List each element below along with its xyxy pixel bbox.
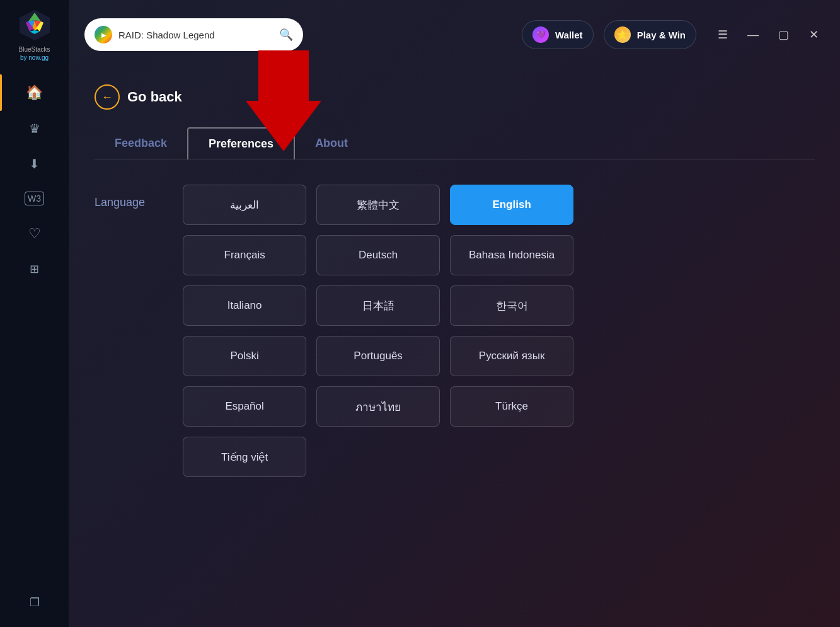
lang-btn-polish[interactable]: Polski [183, 336, 306, 376]
wallet-icon: 💜 [532, 26, 549, 43]
go-back-button[interactable]: ← Go back [95, 84, 815, 110]
close-button[interactable]: ✕ [802, 23, 825, 46]
play-win-label: Play & Win [637, 30, 686, 40]
w3-icon: W3 [25, 192, 44, 205]
window-controls: ☰ — ▢ ✕ [711, 23, 825, 46]
search-bar[interactable]: RAID: Shadow Legend 🔍 [84, 18, 303, 51]
tab-preferences[interactable]: Preferences [187, 127, 295, 159]
sidebar-item-crown[interactable]: ♛ [0, 111, 69, 146]
lang-btn-japanese[interactable]: 日本語 [316, 285, 440, 326]
lang-btn-italian[interactable]: Italiano [183, 285, 306, 326]
tab-about[interactable]: About [295, 128, 368, 159]
minimize-icon: — [747, 28, 759, 42]
play-win-button[interactable]: ⭐ Play & Win [604, 20, 696, 49]
play-win-icon: ⭐ [614, 26, 631, 43]
topbar: RAID: Shadow Legend 🔍 💜 Wallet ⭐ Play & … [69, 0, 840, 69]
sidebar-item-multiinstance[interactable]: ❐ [0, 585, 69, 619]
back-arrow-icon: ← [101, 91, 113, 104]
lang-btn-turkish[interactable]: Türkçe [450, 386, 573, 427]
menu-button[interactable]: ☰ [711, 23, 734, 46]
lang-btn-russian[interactable]: Русский язык [450, 336, 573, 376]
lang-btn-vietnamese[interactable]: Tiếng việt [183, 437, 306, 477]
main-content: ← Go back Feedback Preferences About Lan… [69, 69, 840, 627]
menu-icon: ☰ [718, 28, 728, 42]
minimize-button[interactable]: — [742, 23, 764, 46]
wallet-label: Wallet [555, 30, 583, 40]
tab-feedback[interactable]: Feedback [95, 128, 187, 159]
language-grid: العربية繁體中文EnglishFrançaisDeutschBahasa … [183, 185, 573, 477]
sidebar-item-layers[interactable]: ⊞ [0, 252, 69, 286]
language-section: Language العربية繁體中文EnglishFrançaisDeuts… [95, 185, 815, 502]
go-back-text: Go back [127, 89, 182, 105]
lang-btn-korean[interactable]: 한국어 [450, 285, 573, 326]
sidebar-item-download[interactable]: ⬇ [0, 146, 69, 181]
close-icon: ✕ [809, 28, 819, 42]
wallet-button[interactable]: 💜 Wallet [522, 20, 594, 49]
search-text: RAID: Shadow Legend [118, 30, 273, 40]
google-play-icon [95, 26, 112, 43]
go-back-circle: ← [95, 84, 120, 110]
lang-btn-english[interactable]: English [450, 185, 573, 225]
maximize-button[interactable]: ▢ [772, 23, 795, 46]
crown-icon: ♛ [29, 121, 40, 136]
sidebar-item-favorites[interactable]: ♡ [0, 216, 69, 252]
layers-icon: ⊞ [30, 262, 39, 276]
sidebar-item-w3[interactable]: W3 [0, 181, 69, 216]
sidebar: BlueStacksby now.gg 🏠 ♛ ⬇ W3 ♡ ⊞ ❐ [0, 0, 69, 627]
language-label: Language [95, 185, 145, 209]
maximize-icon: ▢ [778, 28, 789, 42]
lang-btn-indonesian[interactable]: Bahasa Indonesia [450, 235, 573, 275]
multiinstance-icon: ❐ [30, 595, 40, 609]
app-logo: BlueStacksby now.gg [17, 8, 52, 62]
heart-icon: ♡ [28, 226, 41, 242]
lang-btn-portuguese[interactable]: Português [316, 336, 440, 376]
download-icon: ⬇ [29, 156, 40, 171]
lang-btn-german[interactable]: Deutsch [316, 235, 440, 275]
logo-sub: by now.gg [20, 54, 49, 61]
lang-btn-thai[interactable]: ภาษาไทย [316, 386, 440, 427]
lang-btn-chinese[interactable]: 繁體中文 [316, 185, 440, 225]
lang-btn-spanish[interactable]: Español [183, 386, 306, 427]
lang-btn-french[interactable]: Français [183, 235, 306, 275]
search-icon[interactable]: 🔍 [279, 28, 293, 42]
home-icon: 🏠 [26, 84, 43, 101]
tabs: Feedback Preferences About [95, 127, 815, 159]
sidebar-item-home[interactable]: 🏠 [0, 74, 69, 111]
lang-btn-arabic[interactable]: العربية [183, 185, 306, 225]
